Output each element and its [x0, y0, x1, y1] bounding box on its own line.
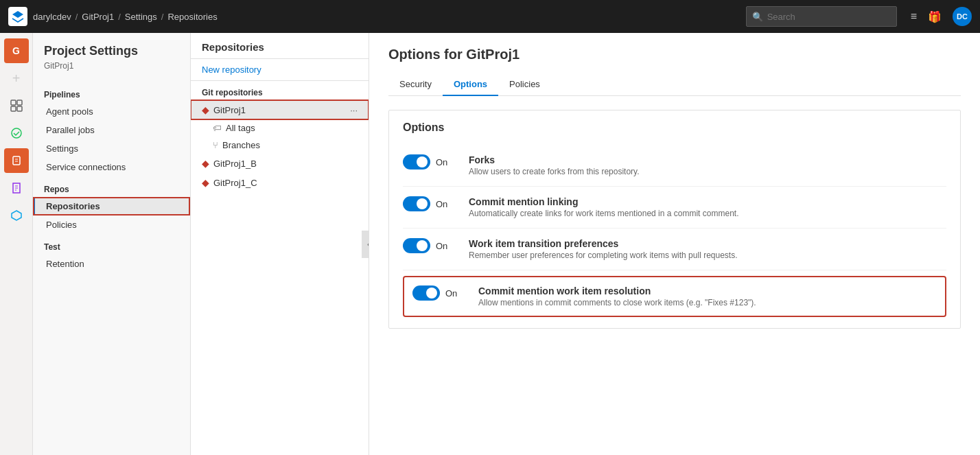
- option-desc-commit-linking: Automatically create links for work item…: [469, 209, 946, 218]
- tab-security[interactable]: Security: [388, 73, 443, 96]
- repo-icon-gitproj1: ◆: [202, 104, 209, 115]
- all-tags-label: All tags: [226, 123, 255, 133]
- toggle-area-commit-resolution: On: [412, 285, 467, 301]
- collapse-panel-handle[interactable]: ‹: [362, 231, 369, 258]
- repos-panel: Repositories New repository Git reposito…: [191, 33, 369, 455]
- svg-point-4: [12, 128, 21, 138]
- content-title: Options for GitProj1: [388, 47, 961, 62]
- search-icon: 🔍: [752, 12, 763, 22]
- repo-item-gitproj1c[interactable]: ◆ GitProj1_C: [191, 173, 369, 192]
- toggle-area-forks: On: [403, 154, 458, 170]
- settings-item-service-connections[interactable]: Service connections: [33, 158, 190, 176]
- breadcrumb: darylcdev / GitProj1 / Settings / Reposi…: [33, 12, 218, 22]
- toggle-label-commit-resolution: On: [445, 288, 457, 299]
- toggle-label-work-item-transition: On: [436, 241, 447, 251]
- avatar[interactable]: DC: [953, 7, 972, 26]
- toggle-area-commit-linking: On: [403, 196, 458, 211]
- svg-rect-1: [17, 100, 22, 105]
- settings-item-policies[interactable]: Policies: [33, 215, 190, 234]
- gift-icon[interactable]: 🎁: [928, 10, 942, 23]
- main-content: Options for GitProj1 Security Options Po…: [369, 33, 980, 455]
- options-section: Options On Forks Allow users to create f…: [388, 110, 961, 329]
- breadcrumb-sep1: /: [75, 12, 78, 22]
- repo-icon-gitproj1b: ◆: [202, 158, 209, 169]
- rail-testplans-icon[interactable]: [4, 176, 29, 200]
- repo-name-gitproj1c: GitProj1_C: [213, 178, 257, 188]
- repos-panel-title: Repositories: [191, 33, 369, 59]
- toggle-commit-linking[interactable]: [403, 196, 430, 211]
- new-repo-button[interactable]: New repository: [191, 59, 369, 81]
- option-name-work-item-transition: Work item transition preferences: [469, 238, 946, 249]
- branches-label: Branches: [222, 140, 260, 150]
- option-desc-work-item-transition: Remember user preferences for completing…: [469, 250, 946, 260]
- settings-item-retention[interactable]: Retention: [33, 255, 190, 273]
- app-logo[interactable]: [8, 7, 27, 26]
- git-repos-label: Git repositories: [191, 81, 369, 100]
- toggle-forks[interactable]: [403, 154, 430, 170]
- main-layout: G + Project Settings GitProj1 Pipelines …: [0, 33, 980, 455]
- section-label-repos: Repos: [33, 176, 190, 197]
- search-input[interactable]: [767, 12, 891, 22]
- content-tabs: Security Options Policies: [388, 73, 961, 96]
- settings-title: Project Settings: [33, 44, 190, 61]
- option-text-commit-resolution: Commit mention work item resolution Allo…: [478, 285, 937, 307]
- rail-pipelines-icon[interactable]: [4, 121, 29, 145]
- repo-icon-gitproj1c: ◆: [202, 177, 209, 188]
- rail-org-icon[interactable]: G: [4, 38, 29, 63]
- settings-sidebar: Project Settings GitProj1 Pipelines Agen…: [33, 33, 191, 455]
- tag-icon: 🏷: [213, 123, 222, 133]
- breadcrumb-proj[interactable]: GitProj1: [82, 12, 114, 22]
- svg-rect-2: [11, 106, 16, 111]
- settings-item-settings[interactable]: Settings: [33, 139, 190, 158]
- toggle-work-item-transition[interactable]: [403, 238, 430, 253]
- topbar: darylcdev / GitProj1 / Settings / Reposi…: [0, 0, 980, 33]
- rail-boards-icon[interactable]: [4, 93, 29, 118]
- breadcrumb-repos[interactable]: Repositories: [167, 12, 217, 22]
- section-label-test: Test: [33, 234, 190, 255]
- breadcrumb-settings[interactable]: Settings: [125, 12, 157, 22]
- option-text-forks: Forks Allow users to create forks from t…: [469, 154, 946, 176]
- settings-item-parallel-jobs[interactable]: Parallel jobs: [33, 121, 190, 139]
- breadcrumb-org[interactable]: darylcdev: [33, 12, 71, 22]
- settings-item-repositories[interactable]: Repositories: [33, 197, 190, 215]
- toggle-commit-resolution[interactable]: [412, 285, 440, 301]
- tab-options[interactable]: Options: [443, 73, 498, 96]
- rail-repos-icon[interactable]: [4, 148, 29, 173]
- option-text-commit-linking: Commit mention linking Automatically cre…: [469, 196, 946, 218]
- toggle-area-work-item-transition: On: [403, 238, 458, 253]
- toggle-label-commit-linking: On: [436, 199, 447, 209]
- svg-rect-3: [17, 106, 22, 111]
- option-row-work-item-transition: On Work item transition preferences Reme…: [403, 229, 946, 270]
- option-row-commit-linking: On Commit mention linking Automatically …: [403, 187, 946, 229]
- options-section-title: Options: [403, 121, 946, 134]
- option-row-forks: On Forks Allow users to create forks fro…: [403, 145, 946, 187]
- repo-name-gitproj1b: GitProj1_B: [213, 159, 257, 169]
- repo-item-gitproj1b[interactable]: ◆ GitProj1_B: [191, 154, 369, 173]
- toggle-label-forks: On: [436, 157, 447, 167]
- list-icon[interactable]: ≡: [911, 10, 917, 23]
- option-text-work-item-transition: Work item transition preferences Remembe…: [469, 238, 946, 260]
- rail-artifacts-icon[interactable]: [4, 203, 29, 228]
- svg-rect-0: [11, 100, 16, 105]
- section-label-pipelines: Pipelines: [33, 82, 190, 102]
- option-name-commit-resolution: Commit mention work item resolution: [478, 285, 937, 296]
- repo-item-gitproj1[interactable]: ◆ GitProj1 ···: [191, 100, 369, 119]
- repo-sub-all-tags[interactable]: 🏷 All tags: [191, 119, 369, 137]
- breadcrumb-sep3: /: [161, 12, 164, 22]
- repo-more-gitproj1[interactable]: ···: [350, 105, 358, 115]
- icon-rail: G +: [0, 33, 33, 455]
- search-box[interactable]: 🔍: [746, 6, 897, 27]
- settings-item-agent-pools[interactable]: Agent pools: [33, 102, 190, 121]
- rail-add-icon[interactable]: +: [4, 66, 29, 91]
- breadcrumb-sep2: /: [118, 12, 121, 22]
- branch-icon: ⑂: [213, 140, 218, 150]
- option-name-forks: Forks: [469, 154, 946, 165]
- option-row-commit-resolution: On Commit mention work item resolution A…: [403, 276, 946, 317]
- option-desc-commit-resolution: Allow mentions in commit comments to clo…: [478, 298, 937, 307]
- repo-name-gitproj1: GitProj1: [213, 105, 246, 115]
- settings-subtitle: GitProj1: [33, 61, 190, 82]
- tab-policies[interactable]: Policies: [498, 73, 551, 96]
- topbar-icons: ≡ 🎁 DC: [911, 7, 972, 26]
- repo-sub-branches[interactable]: ⑂ Branches: [191, 137, 369, 154]
- option-name-commit-linking: Commit mention linking: [469, 196, 946, 207]
